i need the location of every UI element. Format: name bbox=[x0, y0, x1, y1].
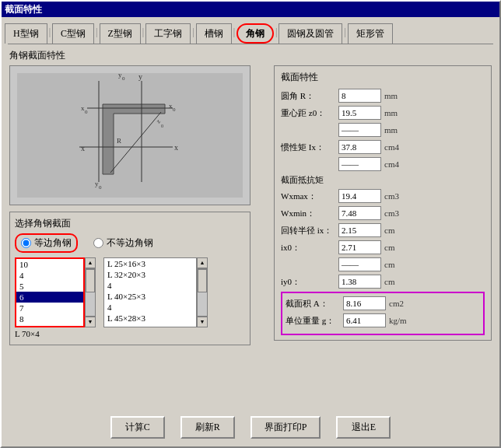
prop-row-wxmax: Wxmax： 19.4 cm3 bbox=[281, 189, 485, 203]
prop-label: 惯性矩 Ix： bbox=[281, 142, 335, 153]
scroll-up-btn[interactable]: ▲ bbox=[85, 257, 96, 268]
prop-value: 19.5 bbox=[338, 106, 381, 120]
highlighted-props: 截面积 A： 8.16 cm2 单位重量 g： 6.41 kg/m bbox=[281, 292, 485, 335]
list-item[interactable]: 8 bbox=[16, 313, 83, 324]
list-item[interactable]: 7 bbox=[16, 303, 83, 313]
prop-label: ix0： bbox=[281, 242, 335, 254]
list1-container: 10 4 5 6 7 8 ▲ bbox=[15, 257, 96, 340]
prop-row-area: 截面积 A： 8.16 cm2 bbox=[286, 296, 480, 310]
tab-angle[interactable]: 角钢 bbox=[236, 23, 274, 44]
prop-row-section-resist: 截面抵抗矩 bbox=[281, 174, 485, 186]
list-item[interactable]: 4 bbox=[104, 302, 196, 313]
list-item[interactable]: 5 bbox=[16, 281, 83, 292]
cross-section-diagram: x x 0 y y 0 bbox=[17, 73, 243, 198]
prop-unit: cm4 bbox=[384, 142, 399, 152]
prop-unit: mm bbox=[384, 125, 398, 135]
diagram-box: x x 0 y y 0 bbox=[9, 65, 250, 205]
print-button[interactable]: 界面打印P bbox=[250, 416, 321, 439]
tab-channel[interactable]: 槽钢 bbox=[196, 23, 232, 44]
bottom-bar: 计算C 刷新R 界面打印P 退出E bbox=[2, 416, 499, 439]
prop-value: —— bbox=[338, 123, 381, 137]
right-panel: 截面特性 圆角 R： 8 mm 重心距 z0： 19.5 mm bbox=[274, 65, 492, 345]
list-item-selected[interactable]: 6 bbox=[16, 292, 83, 303]
scroll-thumb[interactable] bbox=[86, 269, 95, 292]
svg-text:x: x bbox=[81, 144, 85, 152]
prop-unit: cm4 bbox=[384, 159, 399, 169]
calculate-button[interactable]: 计算C bbox=[110, 416, 165, 439]
prop-unit: cm bbox=[384, 226, 394, 235]
radio-equal-input[interactable] bbox=[21, 238, 31, 248]
scroll-up-btn2[interactable]: ▲ bbox=[197, 257, 208, 268]
prop-label: Wxmax： bbox=[281, 191, 335, 202]
list-item[interactable]: L 40×25×3 bbox=[104, 291, 196, 302]
prop-unit: cm3 bbox=[384, 208, 399, 218]
refresh-button[interactable]: 刷新R bbox=[180, 416, 235, 439]
svg-text:0: 0 bbox=[161, 124, 163, 128]
prop-value: —— bbox=[338, 157, 381, 171]
scroll-down-btn2[interactable]: ▼ bbox=[197, 317, 208, 327]
props-title: 截面特性 bbox=[281, 71, 485, 84]
prop-value: 8 bbox=[338, 89, 381, 103]
prop-row-dash1: —— mm bbox=[281, 123, 485, 137]
list-item[interactable]: L 45×28×3 bbox=[104, 313, 196, 324]
prop-unit: mm bbox=[384, 108, 398, 117]
prop-unit: cm3 bbox=[384, 191, 399, 201]
prop-value: 19.4 bbox=[338, 189, 381, 203]
list-item[interactable]: 10 bbox=[16, 259, 83, 270]
prop-row-z0: 重心距 z0： 19.5 mm bbox=[281, 106, 485, 120]
tab-z-steel[interactable]: Z型钢 bbox=[100, 23, 141, 44]
svg-text:0: 0 bbox=[85, 109, 88, 115]
exit-button[interactable]: 退出E bbox=[336, 416, 391, 439]
svg-text:x: x bbox=[174, 143, 178, 152]
list-item[interactable]: 4 bbox=[16, 270, 83, 281]
scroll-down-btn[interactable]: ▼ bbox=[85, 317, 96, 327]
prop-value: 8.16 bbox=[343, 296, 386, 310]
window-title: 截面特性 bbox=[5, 3, 496, 16]
svg-text:0: 0 bbox=[99, 184, 102, 191]
svg-text:R: R bbox=[117, 137, 121, 145]
prop-unit: mm bbox=[384, 91, 398, 100]
list2[interactable]: L 25×16×3 L 32×20×3 4 L 40×25×3 4 L 45×2… bbox=[103, 257, 197, 327]
list1-label: L 70×4 bbox=[15, 327, 96, 340]
list-item[interactable]: L 25×16×3 bbox=[104, 258, 196, 269]
radio-unequal[interactable]: 不等边角钢 bbox=[93, 236, 153, 250]
prop-label: 单位重量 g： bbox=[286, 315, 340, 327]
list2-with-scroll: L 25×16×3 L 32×20×3 4 L 40×25×3 4 L 45×2… bbox=[103, 257, 208, 327]
tab-i-steel[interactable]: 工字钢 bbox=[145, 23, 191, 44]
radio-equal[interactable]: 等边角钢 bbox=[15, 233, 78, 253]
list-item[interactable]: L 32×20×3 bbox=[104, 269, 196, 280]
prop-row-dash3: —— cm bbox=[281, 257, 485, 271]
prop-unit: cm bbox=[384, 277, 394, 286]
prop-value: 1.38 bbox=[338, 275, 381, 289]
lists-row: 10 4 5 6 7 8 ▲ bbox=[15, 257, 245, 340]
tab-c-steel[interactable]: C型钢 bbox=[52, 23, 94, 44]
prop-label: iy0： bbox=[281, 276, 335, 288]
scroll-thumb2[interactable] bbox=[198, 269, 207, 292]
left-panel: x x 0 y y 0 bbox=[9, 65, 266, 345]
title-bar: 截面特性 bbox=[2, 2, 499, 17]
svg-text:0: 0 bbox=[173, 107, 176, 113]
content-area: x x 0 y y 0 bbox=[9, 65, 492, 345]
tab-round-pipe[interactable]: 圆钢及圆管 bbox=[279, 23, 342, 44]
prop-value: 2.15 bbox=[338, 223, 381, 237]
section-title: 角钢截面特性 bbox=[9, 49, 492, 62]
list1-with-scroll: 10 4 5 6 7 8 ▲ bbox=[15, 257, 96, 327]
selector-box: 选择角钢截面 等边角钢 不等边角钢 bbox=[9, 212, 250, 345]
list2-scrollbar: ▲ ▼ bbox=[197, 257, 208, 327]
list-item[interactable]: 4 bbox=[104, 280, 196, 291]
tab-bar: H型钢 | C型钢 | Z型钢 | 工字钢 | 槽钢 | 角钢 | 圆钢及圆管 … bbox=[2, 17, 499, 44]
prop-row-ix2: 回转半径 ix： 2.15 cm bbox=[281, 223, 485, 237]
prop-value: —— bbox=[338, 257, 381, 271]
prop-label: Wxmin： bbox=[281, 208, 335, 219]
main-window: 截面特性 H型钢 | C型钢 | Z型钢 | 工字钢 | 槽钢 | 角钢 | 圆… bbox=[0, 0, 501, 448]
list1[interactable]: 10 4 5 6 7 8 bbox=[15, 257, 85, 327]
prop-label: 回转半径 ix： bbox=[281, 225, 335, 236]
prop-row-weight: 单位重量 g： 6.41 kg/m bbox=[286, 313, 480, 327]
tab-h-steel[interactable]: H型钢 bbox=[5, 23, 47, 44]
prop-unit: cm2 bbox=[389, 299, 404, 308]
prop-row-dash2: —— cm4 bbox=[281, 157, 485, 171]
radio-unequal-input[interactable] bbox=[93, 238, 103, 248]
selector-title: 选择角钢截面 bbox=[15, 217, 245, 230]
tab-rect-pipe[interactable]: 矩形管 bbox=[348, 23, 393, 44]
prop-label: 截面积 A： bbox=[286, 298, 340, 310]
